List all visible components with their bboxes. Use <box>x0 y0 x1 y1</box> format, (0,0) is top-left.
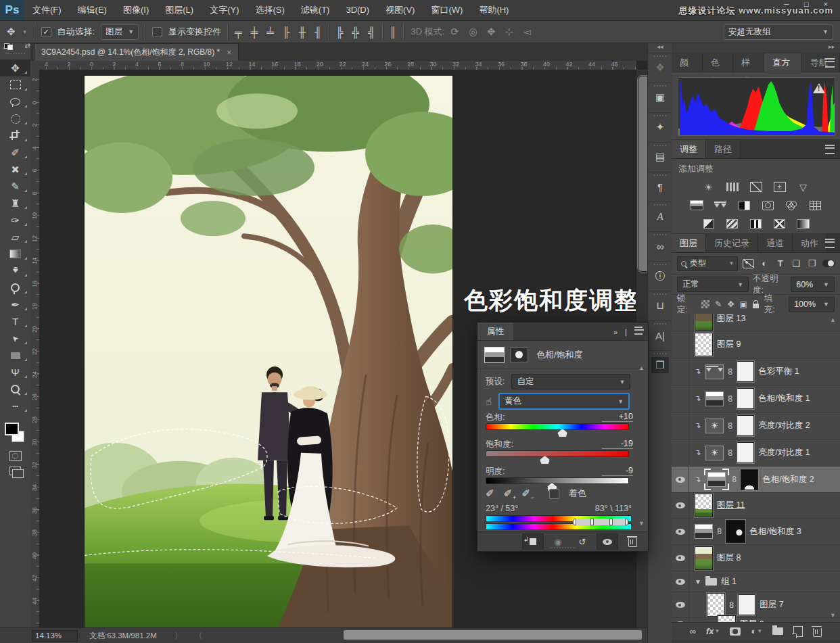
exposure-icon[interactable]: ± <box>772 181 788 193</box>
new-adjustment-icon[interactable]: ◐▼ <box>751 626 762 636</box>
channel-mixer-icon[interactable] <box>783 199 799 212</box>
align-hcenter-icon[interactable]: ╫ <box>299 26 307 38</box>
panel-brush-settings[interactable]: ✦ <box>648 112 672 142</box>
invert-icon[interactable] <box>701 217 717 230</box>
orbit-3d-icon[interactable]: ⟳ <box>450 26 460 38</box>
panel-3d[interactable]: ❒ <box>648 350 672 380</box>
auto-select-checkbox[interactable]: ✓ <box>41 27 51 37</box>
add-mask-icon[interactable] <box>730 627 741 636</box>
clip-to-layer-button[interactable] <box>522 533 544 550</box>
layer-mask-thumbnail[interactable] <box>737 442 754 463</box>
brightness-contrast-icon[interactable]: ☀ <box>701 181 717 193</box>
layer-row-色彩平衡 1[interactable]: ↴8色彩平衡 1 <box>672 358 840 385</box>
panel-clone-source[interactable]: ▤ <box>648 142 672 172</box>
lock-pixels-icon[interactable]: ✎ <box>715 300 722 309</box>
color-balance-icon[interactable] <box>712 199 728 212</box>
layer-visibility-toggle[interactable] <box>672 331 689 358</box>
dodge-tool[interactable] <box>0 279 30 296</box>
eraser-tool[interactable]: ▱ <box>0 229 30 245</box>
dock-collapse-icon[interactable]: ▸▸ <box>672 43 840 53</box>
tab-menu-icon[interactable] <box>825 58 835 70</box>
panel-tool-presets[interactable]: ⊔ <box>648 291 672 320</box>
new-group-icon[interactable] <box>772 627 783 635</box>
layer-mask-thumbnail[interactable] <box>726 520 745 543</box>
levels-icon[interactable] <box>724 181 741 193</box>
clone-stamp-tool[interactable]: ♜ <box>0 195 30 212</box>
marquee-tool[interactable] <box>0 76 30 93</box>
tab-颜色[interactable]: 颜色 <box>672 53 703 72</box>
menu-item-编辑(E)[interactable]: 编辑(E) <box>70 0 115 20</box>
layer-row-色相/饱和度 1[interactable]: ↴8色相/饱和度 1 <box>672 385 840 412</box>
colorize-checkbox[interactable] <box>549 489 559 499</box>
gradient-map-icon[interactable] <box>795 217 812 230</box>
layer-row-图层 11[interactable]: 图层 11 <box>672 493 840 519</box>
type-tool[interactable]: T <box>0 313 30 330</box>
layer-row-色相/饱和度 3[interactable]: 8色相/饱和度 3 <box>672 519 840 545</box>
layer-visibility-toggle[interactable] <box>672 571 689 592</box>
black-white-icon[interactable] <box>736 199 752 212</box>
window-close-icon[interactable]: × <box>824 0 828 8</box>
panel-info[interactable]: ⓘ <box>648 261 672 291</box>
distribute-left-icon[interactable]: ╠ <box>336 26 344 38</box>
layer-visibility-toggle[interactable] <box>672 545 689 571</box>
lock-transparency-icon[interactable] <box>701 300 709 308</box>
histogram-display[interactable] <box>678 77 835 136</box>
vertical-ruler[interactable]: 2024681012141618202224262830323436384042… <box>30 70 40 628</box>
photo-filter-icon[interactable] <box>760 199 776 212</box>
layer-visibility-toggle[interactable] <box>672 467 689 492</box>
layer-row-图层 7[interactable]: 8图层 7 <box>672 592 840 618</box>
align-vcenter-icon[interactable]: ╪ <box>251 26 259 38</box>
foreground-color-swatch[interactable] <box>5 423 19 435</box>
tab-动作[interactable]: 动作 <box>793 234 827 252</box>
layer-visibility-toggle[interactable] <box>672 412 689 439</box>
mask-badge-icon[interactable] <box>510 348 528 362</box>
slider-track[interactable] <box>486 477 629 484</box>
slide-3d-icon[interactable]: ⊹ <box>505 26 515 38</box>
horizontal-ruler[interactable]: 4202468101214161820222426283032343638404… <box>39 61 636 70</box>
props-scroll-down-icon[interactable]: ▼ <box>638 520 645 527</box>
channel-dropdown[interactable]: 黄色 ▼ <box>498 393 630 410</box>
align-bottom-icon[interactable]: ╧ <box>266 26 275 38</box>
hue-saturation-icon[interactable] <box>689 199 705 212</box>
tab-图层[interactable]: 图层 <box>672 234 706 252</box>
preset-dropdown[interactable]: 自定 ▼ <box>511 374 630 389</box>
panel-menu-icon[interactable] <box>634 327 643 335</box>
opacity-dropdown[interactable]: 60% ▼ <box>791 277 835 292</box>
layer-mask-thumbnail[interactable] <box>738 594 755 615</box>
lasso-tool[interactable] <box>0 93 30 110</box>
strip-collapse-icon[interactable]: ◂◂ <box>648 43 672 53</box>
window-minimize-icon[interactable]: ─ <box>784 0 789 8</box>
toggle-visibility-button[interactable] <box>597 533 618 550</box>
eyedropper-icon[interactable]: ✐ <box>486 487 494 500</box>
tab-通道[interactable]: 通道 <box>758 234 793 252</box>
panel-creative-cloud[interactable]: ∞ <box>648 231 672 261</box>
screen-mode-button[interactable] <box>9 467 21 475</box>
layer-row-色相/饱和度 2[interactable]: ↴8色相/饱和度 2 <box>672 467 840 493</box>
color-lookup-icon[interactable] <box>807 199 823 212</box>
edit-toolbar[interactable]: ••• <box>0 398 30 414</box>
panel-glyphs[interactable]: A <box>648 201 672 231</box>
tab-色板[interactable]: 色板 <box>703 53 734 72</box>
tab-路径[interactable]: 路径 <box>706 140 741 158</box>
menu-item-图层(L)[interactable]: 图层(L) <box>157 0 202 20</box>
layer-visibility-toggle[interactable] <box>672 385 689 412</box>
filter-toggle[interactable] <box>822 260 835 267</box>
hue-range-slider[interactable] <box>574 519 627 525</box>
histogram-warning-icon[interactable] <box>813 83 825 93</box>
panel-character[interactable]: A| <box>648 320 672 350</box>
layer-visibility-toggle[interactable] <box>672 592 689 617</box>
zoom-level-field[interactable]: 14.13% <box>32 630 78 642</box>
layer-mask-thumbnail[interactable] <box>737 415 754 436</box>
layer-mask-thumbnail[interactable] <box>741 469 758 490</box>
link-layers-icon[interactable]: ∞ <box>690 626 696 636</box>
eyedropper-tool[interactable]: ✐ <box>0 144 30 161</box>
align-right-icon[interactable]: ╢ <box>314 26 323 38</box>
crop-tool[interactable] <box>0 127 30 144</box>
menu-item-视图(V)[interactable]: 视图(V) <box>377 0 423 20</box>
menu-item-3D(D)[interactable]: 3D(D) <box>337 0 377 20</box>
panel-resize-grip[interactable] <box>549 547 576 550</box>
properties-tab[interactable]: 属性 <box>477 323 513 340</box>
roll-3d-icon[interactable]: ◎ <box>469 26 478 38</box>
tab-历史记录[interactable]: 历史记录 <box>706 234 758 252</box>
show-transform-checkbox[interactable] <box>152 27 162 37</box>
